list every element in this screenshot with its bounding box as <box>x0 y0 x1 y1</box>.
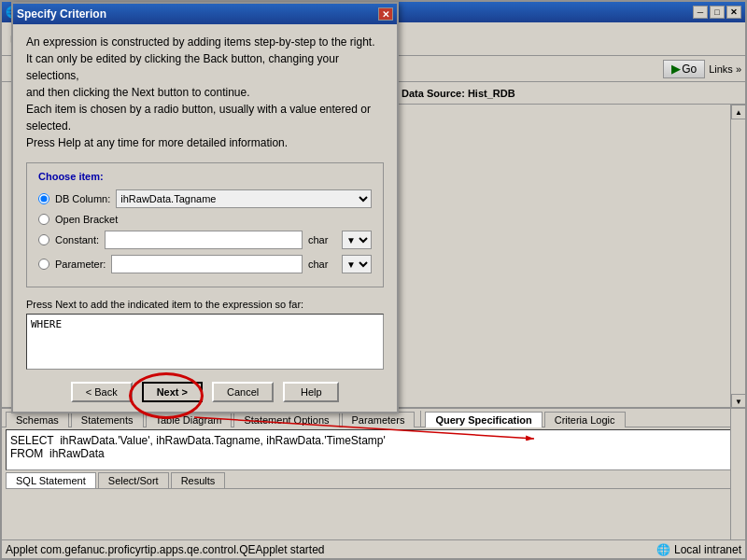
go-button[interactable]: ▶ Go <box>663 60 705 78</box>
tab-parameters[interactable]: Parameters <box>342 412 416 427</box>
sql-display: SELECT ihRawData.'Value', ihRawData.Tagn… <box>6 429 741 470</box>
right-scrollbar-placeholder <box>730 409 745 558</box>
constant-radio[interactable] <box>38 234 49 245</box>
tab-query-specification[interactable]: Query Specification <box>425 412 542 427</box>
expression-label: Press Next to add the indicated item to … <box>26 299 384 310</box>
expression-textarea[interactable]: WHERE <box>26 314 384 370</box>
scroll-track <box>731 119 745 157</box>
scroll-up-button[interactable]: ▲ <box>731 105 746 119</box>
globe-icon: 🌐 <box>656 543 670 556</box>
next-button-wrapper: Next > <box>142 382 203 402</box>
open-bracket-row: Open Bracket <box>38 214 372 225</box>
db-column-label: DB Column: <box>55 193 110 204</box>
titlebar-controls: ─ □ ✕ <box>693 6 741 19</box>
db-column-radio[interactable] <box>38 193 49 204</box>
dialog-title: Specify Criterion <box>17 7 106 21</box>
open-bracket-label: Open Bracket <box>55 214 118 225</box>
go-arrow-icon: ▶ <box>671 63 680 76</box>
intro-line5: Press Help at any time for more detailed… <box>26 134 384 151</box>
sql-statement-tab[interactable]: SQL Statement <box>6 472 96 488</box>
data-source-label: Data Source: Hist_RDB <box>402 88 515 99</box>
sql-sub-tabs: SQL Statement Select/Sort Results <box>6 472 741 489</box>
dialog-body: An expression is constructed by adding i… <box>13 24 397 412</box>
dialog-buttons: < Back Next > Cancel Help <box>26 382 384 402</box>
parameter-label: Parameter: <box>55 259 106 270</box>
intro-line1: An expression is constructed by adding i… <box>26 34 384 50</box>
tab-schemas[interactable]: Schemas <box>6 412 69 427</box>
choose-item-label: Choose item: <box>38 171 372 182</box>
sql-text: SELECT ihRawData.'Value', ihRawData.Tagn… <box>10 434 737 460</box>
dialog-close-button[interactable]: ✕ <box>378 7 393 21</box>
constant-label: Constant: <box>55 234 99 245</box>
specify-criterion-dialog: Specify Criterion ✕ An expression is con… <box>11 2 399 413</box>
db-column-row: DB Column: ihRawData.Tagname <box>38 189 372 208</box>
status-text: Applet com.gefanuc.proficyrtip.apps.qe.c… <box>6 543 325 556</box>
tab-criteria-logic[interactable]: Criteria Logic <box>544 412 626 427</box>
tab-statements[interactable]: Statements <box>71 412 144 427</box>
results-tab[interactable]: Results <box>171 472 226 488</box>
constant-type-select[interactable]: ▼ <box>342 231 372 249</box>
intro-line4: Each item is chosen by a radio button, u… <box>26 101 384 134</box>
parameter-radio[interactable] <box>38 259 49 270</box>
links-label: Links » <box>709 63 741 75</box>
select-sort-tab[interactable]: Select/Sort <box>98 472 169 488</box>
close-button[interactable]: ✕ <box>726 6 741 19</box>
db-column-select[interactable]: ihRawData.Tagname <box>116 189 372 208</box>
minimize-button[interactable]: ─ <box>693 6 708 19</box>
back-button[interactable]: < Back <box>71 382 133 402</box>
parameter-type-label: char <box>308 259 336 270</box>
dialog-intro: An expression is constructed by adding i… <box>26 34 384 151</box>
maximize-button[interactable]: □ <box>710 6 725 19</box>
open-bracket-radio[interactable] <box>38 214 49 225</box>
parameter-type-select[interactable]: ▼ <box>342 255 372 273</box>
right-content-area: ▲ ▼ <box>394 105 745 409</box>
ie-window: 🌐 plorer ─ □ ✕ ✉ 🖨 W▼ 📁 👥 🔒 ? 🔍 ★ → ↻ ⚙ <box>0 0 747 560</box>
parameter-input[interactable] <box>111 255 303 273</box>
expression-area: Press Next to add the indicated item to … <box>26 299 384 372</box>
constant-type-label: char <box>308 234 336 245</box>
dialog-titlebar: Specify Criterion ✕ <box>13 4 397 24</box>
scrollbar-container: ▲ ▼ <box>730 105 745 409</box>
choose-item-group: Choose item: DB Column: ihRawData.Tagnam… <box>26 162 384 287</box>
go-label: Go <box>682 63 697 76</box>
constant-row: Constant: char ▼ <box>38 231 372 249</box>
bottom-area: Schemas Statements Table Diagram Stateme… <box>2 407 745 558</box>
cancel-button[interactable]: Cancel <box>212 382 274 402</box>
intro-line3: and then clicking the Next button to con… <box>26 84 384 101</box>
zone-label: Local intranet <box>674 543 741 556</box>
data-source-header: Data Source: Hist_RDB <box>394 82 745 105</box>
intro-line2: It can only be edited by clicking the Ba… <box>26 50 384 84</box>
parameter-row: Parameter: char ▼ <box>38 255 372 273</box>
next-button[interactable]: Next > <box>142 382 203 402</box>
statusbar: Applet com.gefanuc.proficyrtip.apps.qe.c… <box>2 539 745 558</box>
constant-input[interactable] <box>105 231 303 249</box>
right-tabs-group: Query Specification Criteria Logic <box>425 411 627 427</box>
tab-statement-options[interactable]: Statement Options <box>233 412 339 427</box>
help-button[interactable]: Help <box>283 382 339 402</box>
statusbar-right: 🌐 Local intranet <box>656 543 741 556</box>
tab-table-diagram[interactable]: Table Diagram <box>146 412 233 427</box>
